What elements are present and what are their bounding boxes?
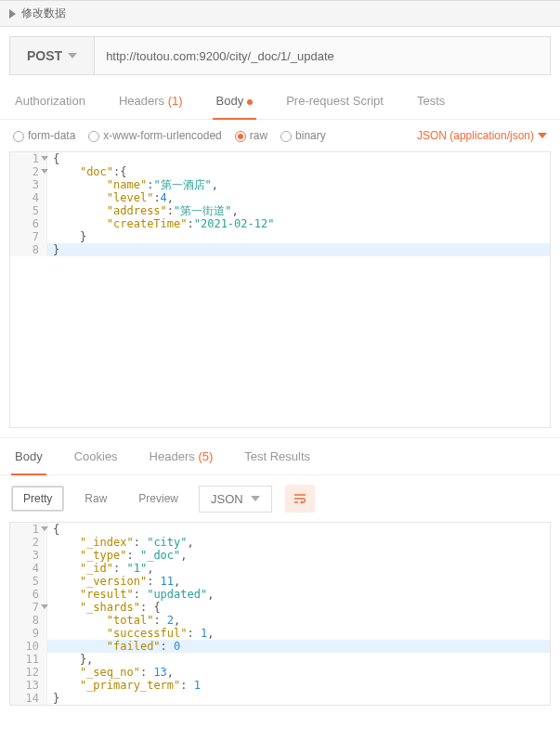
url-row: POST (9, 36, 551, 75)
wrap-icon (293, 491, 307, 506)
code-line: 8} (10, 243, 550, 256)
rtab-cookies[interactable]: Cookies (71, 438, 122, 474)
view-row: Pretty Raw Preview JSON (0, 475, 560, 522)
view-raw[interactable]: Raw (73, 487, 118, 511)
code-line: 5 "_version": 11, (10, 575, 550, 588)
dot-icon (247, 99, 253, 105)
rtab-test-results[interactable]: Test Results (241, 438, 314, 474)
code-line: 9 "successful": 1, (10, 627, 550, 640)
code-line: 6 "createTime":"2021-02-12" (10, 217, 550, 230)
radio-raw[interactable]: raw (235, 129, 267, 142)
code-line: 5 "address":"第一街道", (10, 204, 550, 217)
view-pretty[interactable]: Pretty (11, 486, 64, 512)
code-line: 1{ (10, 152, 550, 165)
code-line: 2 "doc":{ (10, 165, 550, 178)
rtab-body[interactable]: Body (11, 438, 46, 474)
code-line: 10 "failed": 0 (10, 640, 550, 653)
code-line: 7 "_shards": { (10, 601, 550, 614)
tab-prerequest[interactable]: Pre-request Script (282, 84, 387, 119)
code-line: 3 "_type": "_doc", (10, 549, 550, 562)
response-tabs: Body Cookies Headers (5) Test Results (0, 437, 560, 475)
code-line: 2 "_index": "city", (10, 536, 550, 549)
tab-body[interactable]: Body (213, 84, 257, 119)
code-line: 4 "_id": "1", (10, 562, 550, 575)
tab-tests[interactable]: Tests (413, 84, 449, 119)
chevron-down-icon (251, 496, 260, 501)
code-line: 13 "_primary_term": 1 (10, 679, 550, 692)
method-select[interactable]: POST (10, 37, 95, 74)
body-options: form-data x-www-form-urlencoded raw bina… (0, 120, 560, 151)
radio-urlencoded[interactable]: x-www-form-urlencoded (88, 129, 221, 142)
code-line: 6 "result": "updated", (10, 588, 550, 601)
wrap-lines-button[interactable] (285, 485, 315, 513)
view-preview[interactable]: Preview (127, 487, 189, 511)
tab-headers[interactable]: Headers (1) (115, 84, 187, 119)
code-line: 1{ (10, 523, 550, 536)
chevron-down-icon (68, 53, 77, 58)
content-type-select[interactable]: JSON (application/json) (417, 129, 547, 142)
code-line: 8 "total": 2, (10, 614, 550, 627)
request-tabs: Authorization Headers (1) Body Pre-reque… (0, 84, 560, 120)
panel-header[interactable]: 修改数据 (0, 0, 560, 27)
radio-form-data[interactable]: form-data (13, 129, 75, 142)
code-line: 11 }, (10, 653, 550, 666)
rtab-headers[interactable]: Headers (5) (146, 438, 217, 474)
code-line: 3 "name":"第一酒店", (10, 178, 550, 191)
code-line: 4 "level":4, (10, 191, 550, 204)
method-label: POST (27, 48, 62, 63)
panel-title: 修改数据 (21, 6, 66, 21)
url-input[interactable] (95, 37, 550, 74)
tab-authorization[interactable]: Authorization (11, 84, 89, 119)
response-body-viewer[interactable]: 1{2 "_index": "city",3 "_type": "_doc",4… (9, 522, 551, 706)
request-body-editor[interactable]: 1{2 "doc":{3 "name":"第一酒店",4 "level":4,5… (9, 151, 551, 428)
code-line: 7 } (10, 230, 550, 243)
chevron-down-icon (538, 133, 547, 138)
expand-icon (9, 9, 16, 19)
code-line: 12 "_seq_no": 13, (10, 666, 550, 679)
code-line: 14} (10, 692, 550, 705)
radio-binary[interactable]: binary (280, 129, 326, 142)
response-format-select[interactable]: JSON (199, 486, 272, 513)
